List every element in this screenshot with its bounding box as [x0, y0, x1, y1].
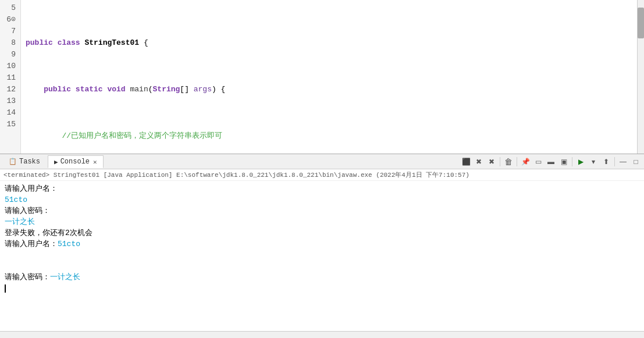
tab-tasks-label: Tasks — [19, 158, 40, 166]
menu-btn[interactable]: ▾ — [588, 156, 599, 168]
maximize-btn[interactable]: □ — [630, 156, 642, 168]
minimize-btn[interactable]: — — [617, 156, 629, 168]
console-line-8 — [5, 261, 639, 272]
line-num-14: 14 — [5, 107, 16, 119]
clear-btn[interactable]: 🗑 — [503, 156, 514, 168]
editor-horizontal-scrollbar[interactable] — [0, 154, 644, 154]
layout-btn2[interactable]: ▬ — [545, 156, 557, 168]
console-icon: ▶ — [54, 158, 58, 166]
line-num-8: 8 — [5, 37, 16, 49]
line-numbers: 5 6⊙ 7 8 9 10 11 12 13 14 15 — [0, 0, 21, 154]
open-btn[interactable]: ⬆ — [600, 156, 612, 168]
line-num-11: 11 — [5, 72, 16, 84]
run-btn[interactable]: ▶ — [575, 156, 586, 168]
line-num-12: 12 — [5, 84, 16, 95]
tasks-icon: 📋 — [9, 158, 17, 165]
editor-vertical-scrollbar[interactable] — [637, 0, 644, 154]
stop-btn[interactable]: ⬛ — [460, 156, 472, 168]
separator-2 — [517, 157, 517, 166]
tab-console-label: Console — [61, 158, 90, 166]
code-line-6: public static void main(String[] args) { — [26, 84, 639, 95]
scrollbar-thumb — [638, 8, 644, 38]
layout-btn1[interactable]: ▭ — [532, 156, 544, 168]
line-num-6: 6⊙ — [5, 14, 16, 26]
separator-1 — [500, 157, 500, 166]
console-line-9: 请输入密码：一计之长 — [5, 272, 639, 283]
layout-btn3[interactable]: ▣ — [558, 156, 570, 168]
text-cursor — [5, 284, 6, 293]
console-output: 请输入用户名： 51cto 请输入密码： 一计之长 登录失败，你还有2次机会 请… — [0, 181, 644, 331]
tab-tasks[interactable]: 📋 Tasks — [2, 155, 47, 168]
line-num-9: 9 — [5, 49, 16, 61]
console-line-4: 一计之长 — [5, 216, 639, 227]
code-line-5: public class StringTest01 { — [26, 37, 639, 49]
line-num-5: 5 — [5, 2, 16, 14]
code-editor: 5 6⊙ 7 8 9 10 11 12 13 14 15 public clas… — [0, 0, 644, 154]
console-line-3: 请输入密码： — [5, 205, 639, 216]
line-num-10: 10 — [5, 61, 16, 72]
pin-btn[interactable]: 📌 — [520, 156, 531, 168]
separator-3 — [572, 157, 572, 166]
code-line-7: //已知用户名和密码，定义两个字符串表示即可 — [26, 130, 639, 142]
line-num-13: 13 — [5, 95, 16, 107]
terminate-btn[interactable]: ✖ — [473, 156, 485, 168]
line-num-7: 7 — [5, 26, 16, 37]
console-line-1: 请输入用户名： — [5, 183, 639, 194]
separator-4 — [614, 157, 615, 166]
remove-btn[interactable]: ✖ — [486, 156, 497, 168]
console-line-cursor — [5, 283, 639, 294]
console-status: <terminated> StringTest01 [Java Applicat… — [0, 169, 644, 181]
line-num-15: 15 — [5, 119, 16, 130]
console-line-5: 登录失败，你还有2次机会 — [5, 227, 639, 239]
close-console-icon[interactable]: ✕ — [93, 158, 97, 166]
tab-bar: 📋 Tasks ▶ Console ✕ ⬛ ✖ ✖ 🗑 📌 ▭ ▬ ▣ ▶ ▾ … — [0, 154, 644, 169]
bottom-panel: 📋 Tasks ▶ Console ✕ ⬛ ✖ ✖ 🗑 📌 ▭ ▬ ▣ ▶ ▾ … — [0, 154, 644, 338]
console-scrollbar[interactable] — [0, 331, 644, 338]
console-line-7 — [5, 250, 639, 261]
console-line-6: 请输入用户名：51cto — [5, 239, 639, 250]
tab-console[interactable]: ▶ Console ✕ — [48, 155, 104, 168]
console-line-2: 51cto — [5, 194, 639, 205]
code-lines: public class StringTest01 { public stati… — [21, 0, 644, 154]
